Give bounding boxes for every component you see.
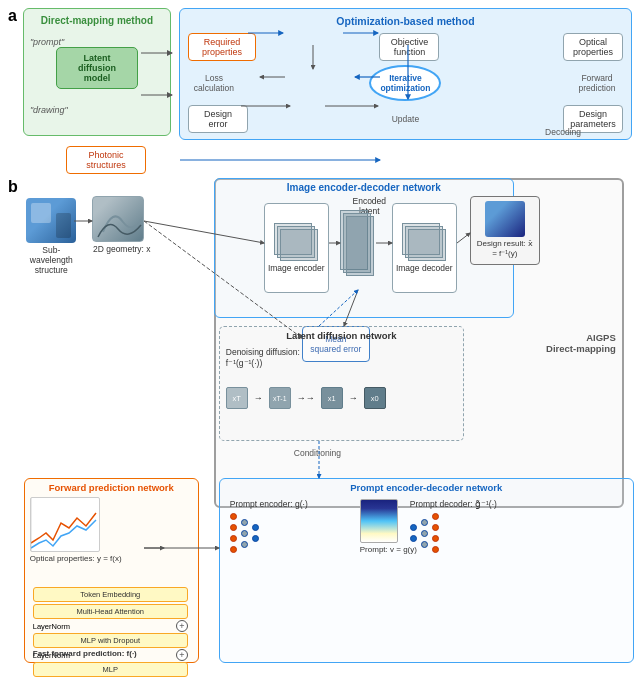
encoded-latent-layers [340, 210, 380, 290]
diff-step-x0: x0 [364, 387, 386, 409]
sub-wavelength-image [26, 198, 76, 243]
prompt-decoder-label: Prompt decoder: g̃⁻¹(·) [410, 499, 497, 509]
design-result-image [485, 201, 525, 237]
forward-pred-label: Forward prediction [571, 73, 623, 93]
decoding-arrow [180, 155, 632, 175]
forward-pred-panel: Forward prediction network Optical prope… [24, 478, 199, 663]
design-error-box: Design error [188, 105, 248, 133]
fast-forward-label: Fast forward prediction: f(·) [33, 649, 137, 658]
transformer-stack: Token Embedding Multi-Head Attention Lay… [33, 587, 188, 677]
image-encoder-label: Image encoder [268, 263, 325, 273]
prompt-v-label: Prompt: v = g(y) [360, 545, 417, 554]
required-properties-box: Required properties [188, 33, 256, 61]
design-result-box: Design result: x̂ = f⁻¹(y) [470, 196, 540, 265]
section-b-layout: AIGPS Direct-mapping Image encoder-decod… [24, 178, 632, 668]
prompt-encoder-label: Prompt encoder: g(·) [230, 499, 308, 509]
image-encoder-box: Image encoder [264, 203, 329, 293]
latent-diffusion-box: Latent diffusion model [56, 47, 138, 89]
photonic-structures-box: Photonic structures [66, 146, 146, 174]
diff-step-xT1: xT-1 [269, 387, 291, 409]
mlp-dropout-block: MLP with Dropout [33, 633, 188, 648]
conditioning-label: Conditioning [294, 448, 341, 458]
direct-mapping-panel: Direct-mapping method "prompt" "drawing"… [23, 8, 171, 136]
direct-mapping-title: Direct-mapping method [32, 15, 162, 26]
section-a-label: a [8, 8, 17, 24]
update-label: Update [392, 114, 419, 124]
loss-calc-label: Loss calculation [188, 73, 240, 93]
geometry-2d-image [92, 196, 144, 242]
latent-diff-title: Latent diffusion network [220, 327, 463, 341]
forward-pred-title: Forward prediction network [25, 479, 198, 493]
token-embedding-block: Token Embedding [33, 587, 188, 602]
prompt-enc-dec-title: Prompt encoder-decoder network [220, 479, 633, 493]
iterative-oval: Iterative optimization [369, 65, 441, 101]
aigps-label: AIGPS Direct-mapping [546, 332, 616, 354]
prompt-encoder-net: Prompt encoder: g(·) [230, 499, 308, 553]
diff-step-xT: xT [226, 387, 248, 409]
geometry-2d-container: 2D geometry: x [92, 196, 152, 254]
layer-norm1-block: LayerNorm [33, 622, 173, 631]
geometry-2d-label: 2D geometry: x [92, 244, 152, 254]
image-decoder-label: Image decoder [396, 263, 453, 273]
plus-circle-2: + [176, 649, 188, 661]
main-container: a Direct-mapping method "prompt" "drawin… [0, 0, 640, 700]
denoising-label: Denoising diffusion: f⁻¹(g⁻¹(·)) [226, 347, 300, 369]
sub-wavelength-container: Sub-wavelength structure [24, 198, 79, 276]
drawing-label: "drawing" [30, 105, 68, 115]
objective-function-box: Objective function [379, 33, 439, 61]
mlp-final-block: MLP [33, 662, 188, 677]
prompt-heatmap [360, 499, 398, 543]
sub-wavelength-label: Sub-wavelength structure [24, 245, 79, 276]
section-b-label: b [8, 178, 18, 196]
prompt-decoder-container: Prompt decoder: g̃⁻¹(·) [410, 499, 497, 553]
optical-props-b-label: Optical properties: y = f(x) [30, 554, 122, 564]
enc-dec-panel-title: Image encoder-decoder network [215, 179, 513, 193]
decoding-label: Decoding [545, 127, 581, 137]
latent-diff-panel: Latent diffusion network Denoising diffu… [219, 326, 464, 441]
optim-title: Optimization-based method [188, 15, 623, 27]
optim-panel: Optimization-based method Required prope… [179, 8, 632, 140]
prompt-enc-dec-panel: Prompt encoder-decoder network Prompt en… [219, 478, 634, 663]
multi-head-block: Multi-Head Attention [33, 604, 188, 619]
optical-properties-box: Optical properties [563, 33, 623, 61]
image-decoder-box: Image decoder [392, 203, 457, 293]
diff-steps: xT → xT-1 →→ x1 → x0 [226, 387, 386, 409]
prompt-label: "prompt" [30, 37, 64, 47]
optical-chart [30, 497, 100, 552]
prompt-v-container: Prompt: v = g(y) [360, 499, 417, 554]
diff-step-x1: x1 [321, 387, 343, 409]
plus-circle-1: + [176, 620, 188, 632]
design-result-label: Design result: x̂ = f⁻¹(y) [475, 239, 535, 260]
